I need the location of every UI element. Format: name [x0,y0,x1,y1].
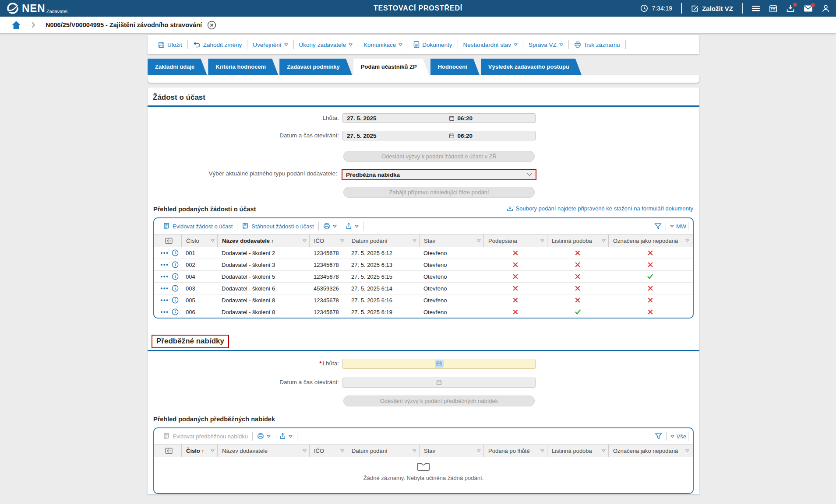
toolbar-ulozit[interactable]: Uložit [153,40,188,49]
column-header-podepsána[interactable]: Podepsána [483,234,547,247]
export-menu-button[interactable] [341,223,363,230]
print-menu-button[interactable] [253,433,275,440]
empty-text: Žádné záznamy. Nebyla učiněna žádná podá… [154,475,693,481]
column-header-stav[interactable]: Stav [419,234,483,247]
column-chooser-icon [165,448,173,454]
toolbar-uverejneni[interactable]: Uveřejnění [247,40,293,49]
info-icon[interactable] [172,285,179,292]
deadline2-field[interactable] [342,359,536,369]
calendar-icon[interactable] [435,360,444,368]
row-menu-icon[interactable]: ●●● [160,251,169,255]
caret-down-icon [349,43,353,46]
info-icon[interactable] [172,261,179,268]
column-header-datum-podání[interactable]: Datum podání [347,444,419,457]
export-menu-button[interactable] [275,433,297,440]
row-menu-icon[interactable]: ●●● [160,262,169,267]
row-menu-icon[interactable]: ●●● [160,298,169,302]
calendar-icon[interactable] [769,4,777,13]
send-preliminary-button[interactable]: Odeslání výzvy k podání předběžných nabí… [343,396,535,406]
info-icon[interactable] [172,308,179,315]
column-header-ičo[interactable]: IČO [309,234,347,247]
next-phase-button[interactable]: Zahájit přípravu následující fáze podání [343,187,535,198]
submission-type-select[interactable]: Předběžná nabídka [342,169,536,180]
downloads-tray-icon[interactable] [786,4,795,13]
column-header-datum-podání[interactable]: Datum podání [347,234,419,247]
toolbar-tisk-zaznamu[interactable]: Tisk záznamu [569,40,626,49]
mail-icon[interactable] [804,5,813,12]
table-row[interactable]: ●●●002Dodavatel - školení 31234567827. 5… [154,259,693,271]
table-row[interactable]: ●●●006Dodavatel - školení 81234567827. 5… [154,306,693,318]
column-header-listinná-podoba[interactable]: Listinná podoba [547,444,608,457]
column-header-označena-jako-nepodaná[interactable]: Označena jako nepodaná [608,234,692,247]
check-icon [647,274,653,279]
info-icon[interactable] [172,297,179,304]
row-menu-icon[interactable]: ●●● [160,286,169,290]
toolbar-zahodit-zmeny[interactable]: Zahodit změny [188,40,248,49]
breadcrumb-item[interactable]: N006/25/V00004995 - Zajištění závodního … [46,21,202,28]
home-icon[interactable] [11,20,21,30]
cell: 004 [181,273,217,280]
column-header-listinná-podoba[interactable]: Listinná podoba [547,234,608,247]
toolbar-dokumenty[interactable]: Dokumenty [408,40,458,49]
send-request-button[interactable]: Odeslání výzvy k podání žádosti o účast … [343,151,535,162]
filter-icon[interactable] [654,223,662,230]
download-requests-button[interactable]: Stáhnout žádosti o účast [237,223,318,230]
cross-icon [513,309,518,315]
toolbar-komunikace[interactable]: Komunikace [358,40,408,49]
column-chooser-cell[interactable] [154,444,181,457]
flag-no-cell [608,286,692,291]
column-header-podaná-po-lhůtě[interactable]: Podaná po lhůtě [483,444,547,457]
menu-icon[interactable] [751,5,760,12]
table-row[interactable]: ●●●005Dodavatel - školení 81234567827. 5… [154,294,693,306]
requests-table-body: ●●●001Dodavatel - školení 21234567827. 5… [154,247,693,318]
user-icon[interactable] [822,4,830,13]
tab-krit-ria-hodnocen-[interactable]: Kritéria hodnocení [208,59,278,75]
close-tab-icon[interactable] [207,21,216,30]
toolbar-item-label: Zahodit změny [203,42,242,48]
view-selector[interactable]: Vše [670,433,686,440]
column-header-stav[interactable]: Stav [419,444,483,457]
column-header-číslo[interactable]: Číslo [181,234,217,247]
table-row[interactable]: ●●●004Dodavatel - školení 51234567827. 5… [154,271,693,283]
register-preliminary-button[interactable]: Evidovat předběžnou nabídku [159,433,252,440]
tab-z-kladn-daje[interactable]: Základní údaje [148,59,207,75]
register-request-button[interactable]: Evidovat žádost o účast [159,223,237,230]
cell: Dodavatel - školení 2 [217,250,309,256]
column-header-číslo[interactable]: Číslo↑ [181,444,217,457]
column-header-název-dodavatele[interactable]: Název dodavatele↑ [217,234,309,247]
column-filter-icon [540,449,544,452]
flag-no-cell [483,274,547,279]
table-row[interactable]: ●●●001Dodavatel - školení 21234567827. 5… [154,247,693,259]
overview-title-requests: Přehled podaných žádostí o účast [153,206,256,213]
column-filter-icon [685,449,689,452]
toolbar-nestandardni-stav[interactable]: Nestandardní stav [458,40,524,49]
header-divider [681,3,682,14]
tab-pod-n-astn-k-zp[interactable]: Podání účastníků ZP [353,59,429,75]
create-vz-button[interactable]: Založit VZ [691,4,733,13]
filter-icon[interactable] [655,433,662,440]
tab-hodnocen-[interactable]: Hodnocení [430,59,480,75]
print-menu-button[interactable] [319,223,341,230]
column-filter-icon [413,449,416,452]
toolbar-ukony-zadavatele[interactable]: Úkony zadavatele [294,40,358,49]
cell: 12345678 [309,309,347,315]
preliminary-table-toolbar: Evidovat předběžnou nabídku [154,428,693,444]
toolbar-sprava-vz[interactable]: Správa VZ [523,40,569,49]
info-icon[interactable] [172,249,179,256]
column-chooser-cell[interactable] [154,234,181,247]
tab-v-sledek-zad-vac-ho-postupu[interactable]: Výsledek zadávacího postupu [481,59,582,75]
submission-files-link[interactable]: Soubory podání najdete připravené ke sta… [507,205,693,212]
column-header-ičo[interactable]: IČO [309,444,347,457]
view-selector[interactable]: MW [670,223,686,230]
column-filter-icon [602,449,606,452]
row-menu-icon[interactable]: ●●● [160,310,169,314]
info-icon[interactable] [172,273,179,280]
table-row[interactable]: ●●●003Dodavatel - školení 64535932627. 5… [154,283,693,294]
column-header-název-dodavatele[interactable]: Název dodavatele [217,444,309,457]
row-actions-cell: ●●● [154,249,181,256]
column-header-označena-jako-nepodaná[interactable]: Označena jako nepodaná [608,444,692,457]
row-actions-cell: ●●● [154,285,181,292]
column-label: Stav [424,238,477,244]
row-menu-icon[interactable]: ●●● [160,274,169,279]
tab-zad-vac-podm-nky[interactable]: Zadávací podmínky [279,59,352,75]
